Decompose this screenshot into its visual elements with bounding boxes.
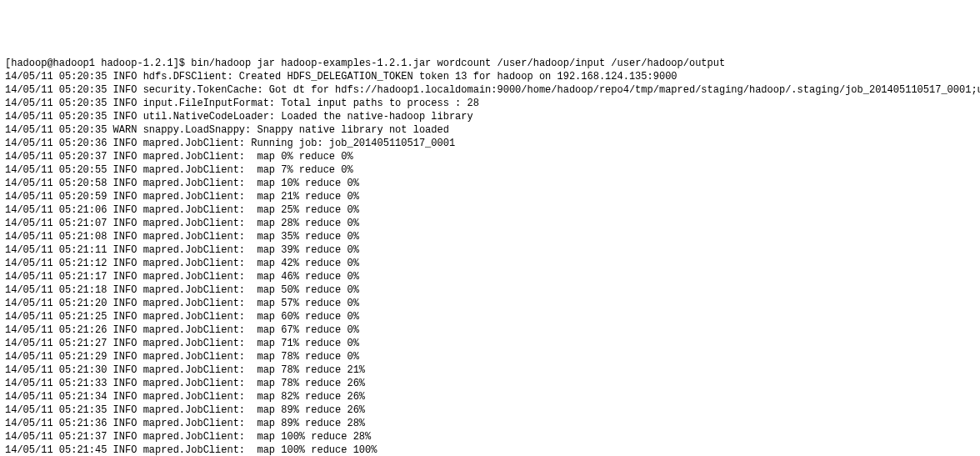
log-line: 14/05/11 05:21:27 INFO mapred.JobClient:… [5,337,975,350]
log-line: 14/05/11 05:21:12 INFO mapred.JobClient:… [5,257,975,270]
log-line: 14/05/11 05:20:35 WARN snappy.LoadSnappy… [5,123,975,137]
log-line: 14/05/11 05:21:34 INFO mapred.JobClient:… [5,390,975,403]
shell-prompt: [hadoop@hadoop1 hadoop-1.2.1]$ [5,58,191,69]
log-line: 14/05/11 05:21:35 INFO mapred.JobClient:… [5,403,975,417]
log-line: 14/05/11 05:21:25 INFO mapred.JobClient:… [5,310,975,323]
log-line: 14/05/11 05:21:29 INFO mapred.JobClient:… [5,350,975,363]
log-line: 14/05/11 05:21:18 INFO mapred.JobClient:… [5,283,975,297]
log-line: 14/05/11 05:21:37 INFO mapred.JobClient:… [5,430,975,443]
log-line: 14/05/11 05:21:30 INFO mapred.JobClient:… [5,363,975,377]
log-line: 14/05/11 05:20:35 INFO hdfs.DFSClient: C… [5,70,975,83]
shell-command: bin/hadoop jar hadoop-examples-1.2.1.jar… [191,58,725,69]
log-line: 14/05/11 05:21:20 INFO mapred.JobClient:… [5,297,975,310]
command-line[interactable]: [hadoop@hadoop1 hadoop-1.2.1]$ bin/hadoo… [5,57,975,70]
log-line: 14/05/11 05:21:36 INFO mapred.JobClient:… [5,417,975,430]
log-line: 14/05/11 05:21:45 INFO mapred.JobClient:… [5,443,975,456]
log-line: 14/05/11 05:21:17 INFO mapred.JobClient:… [5,270,975,283]
log-line: 14/05/11 05:21:08 INFO mapred.JobClient:… [5,230,975,243]
terminal-output: [hadoop@hadoop1 hadoop-1.2.1]$ bin/hadoo… [5,57,975,456]
log-line: 14/05/11 05:20:55 INFO mapred.JobClient:… [5,163,975,177]
log-line: 14/05/11 05:21:06 INFO mapred.JobClient:… [5,203,975,217]
log-line: 14/05/11 05:20:58 INFO mapred.JobClient:… [5,177,975,190]
log-line: 14/05/11 05:20:36 INFO mapred.JobClient:… [5,137,975,150]
log-line: 14/05/11 05:21:26 INFO mapred.JobClient:… [5,323,975,337]
log-line: 14/05/11 05:20:35 INFO security.TokenCac… [5,83,975,97]
log-line: 14/05/11 05:20:35 INFO util.NativeCodeLo… [5,110,975,123]
log-line: 14/05/11 05:21:07 INFO mapred.JobClient:… [5,217,975,230]
log-line: 14/05/11 05:20:35 INFO input.FileInputFo… [5,97,975,110]
log-line: 14/05/11 05:21:33 INFO mapred.JobClient:… [5,377,975,390]
log-line: 14/05/11 05:21:11 INFO mapred.JobClient:… [5,243,975,257]
log-line: 14/05/11 05:20:37 INFO mapred.JobClient:… [5,150,975,163]
log-line: 14/05/11 05:20:59 INFO mapred.JobClient:… [5,190,975,203]
